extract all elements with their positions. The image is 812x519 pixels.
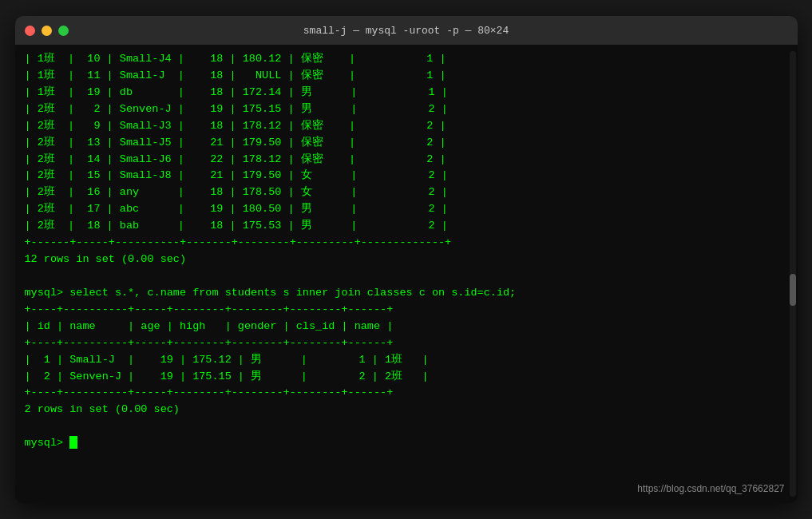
minimize-button[interactable] — [42, 26, 52, 36]
scrollbar[interactable] — [790, 51, 796, 497]
terminal-window: small-j — mysql -uroot -p — 80×24 | 1班 |… — [15, 16, 798, 503]
watermark: https://blog.csdn.net/qq_37662827 — [637, 481, 784, 497]
window-title: small-j — mysql -uroot -p — 80×24 — [303, 25, 509, 37]
close-button[interactable] — [25, 26, 35, 36]
scrollbar-thumb[interactable] — [790, 274, 796, 306]
traffic-lights — [25, 26, 69, 36]
maximize-button[interactable] — [58, 26, 69, 36]
terminal-body[interactable]: | 1班 | 10 | Small-J4 | 18 | 180.12 | 保密 … — [15, 45, 798, 503]
terminal-output: | 1班 | 10 | Small-J4 | 18 | 180.12 | 保密 … — [25, 51, 788, 452]
titlebar: small-j — mysql -uroot -p — 80×24 — [15, 16, 798, 45]
terminal-cursor — [69, 436, 77, 449]
